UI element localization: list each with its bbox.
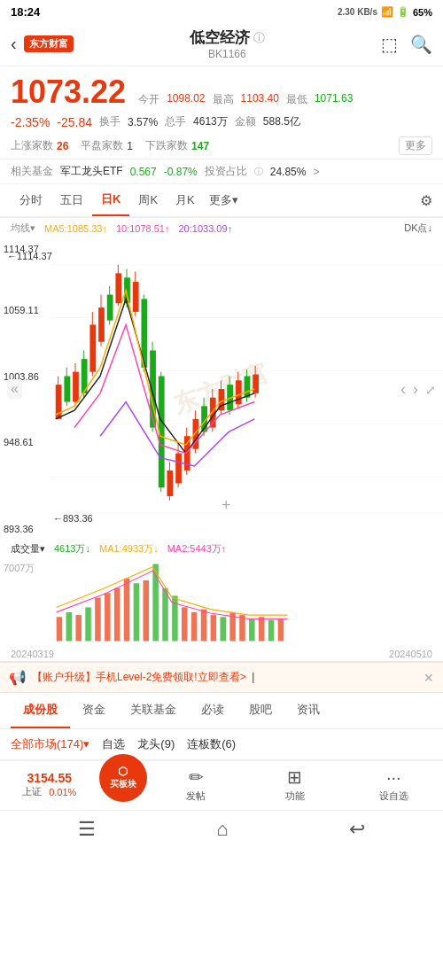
back-nav-icon[interactable]: ↩ [349, 818, 365, 841]
notice-close-button[interactable]: ✕ [424, 671, 434, 685]
tab-rik[interactable]: 日K [92, 184, 129, 216]
battery-icon: 🔋 [397, 6, 409, 18]
candlestick-svg [49, 238, 443, 540]
svg-rect-61 [124, 579, 130, 642]
func-label: 功能 [285, 789, 305, 803]
svg-rect-57 [85, 607, 91, 641]
gear-icon[interactable]: ⚙ [420, 192, 432, 209]
low-val: 1071.63 [315, 92, 353, 107]
svg-rect-54 [57, 617, 63, 641]
index-change: 0.01% [49, 787, 76, 797]
sub-tab-guba[interactable]: 股吧 [237, 693, 284, 728]
ma2-label: MA2:5443万↑ [167, 542, 227, 556]
buy-label: 买板块 [110, 778, 136, 790]
settings-button[interactable]: ··· 设自选 [345, 767, 444, 803]
market-filter[interactable]: 全部市场(174)▾ [11, 736, 89, 752]
ma5-value: MA5:1085.33↑ [44, 223, 107, 234]
dragon-filter-label: 龙头(9) [137, 736, 175, 752]
dragon-filter[interactable]: 龙头(9) [137, 736, 175, 752]
total-label: 总手 [165, 114, 186, 129]
svg-rect-68 [191, 612, 198, 642]
tab-fenshi[interactable]: 分时 [11, 185, 51, 215]
svg-rect-63 [144, 580, 150, 641]
ma-row: 均线▾ MA5:1085.33↑ 10:1078.51↑ 20:1033.09↑… [0, 218, 443, 238]
sub-tab-zixun[interactable]: 资讯 [284, 693, 332, 728]
notice-text[interactable]: 【账户升级】手机Level-2免费领取!立即查看> | [32, 670, 418, 685]
sub-tab-chengfen[interactable]: 成份股 [11, 693, 70, 728]
flat-count: 1 [127, 140, 133, 152]
fall-stat: 下跌家数 147 [145, 136, 209, 155]
sub-tab-guanlianjijin[interactable]: 关联基金 [118, 693, 189, 728]
svg-rect-16 [98, 307, 105, 342]
volume-chart[interactable]: 7007万 [0, 558, 443, 647]
battery-level: 65% [413, 7, 432, 18]
plus-icon[interactable]: + [222, 496, 231, 515]
ma10-value: 10:1078.51↑ [116, 223, 170, 234]
notice-highlight: 【账户升级】手机Level-2免费领取!立即查看> [32, 671, 246, 683]
home-icon[interactable]: ⌂ [216, 818, 228, 841]
svg-rect-50 [245, 376, 251, 397]
fund-label: 相关基金 [11, 164, 53, 179]
svg-rect-74 [249, 618, 255, 641]
turnover-label: 换手 [99, 114, 120, 129]
turnover-val: 3.57% [128, 116, 158, 128]
notice-bar: 📢 【账户升级】手机Level-2免费领取!立即查看> | ✕ [0, 662, 443, 693]
svg-rect-65 [162, 588, 168, 642]
sub-tab-bidu[interactable]: 必读 [189, 693, 237, 728]
watchlist-filter[interactable]: 自选 [102, 736, 125, 752]
svg-rect-62 [134, 583, 140, 641]
share-icon[interactable]: ⬚ [381, 34, 398, 55]
high-label: 最高 [213, 92, 234, 107]
tab-wuri[interactable]: 五日 [51, 185, 92, 215]
svg-rect-60 [114, 588, 120, 642]
status-time: 18:24 [11, 5, 40, 19]
menu-icon[interactable]: ☰ [78, 818, 96, 841]
expand-icon[interactable]: ⤢ [425, 382, 436, 396]
tab-yuek[interactable]: 月K [167, 185, 204, 215]
function-button[interactable]: ⊞ 功能 [245, 766, 345, 803]
back-icon[interactable]: ‹ [11, 34, 17, 54]
market-filter-label: 全部市场(174)▾ [11, 736, 89, 752]
svg-rect-71 [220, 617, 226, 641]
collapse-icon[interactable]: « [7, 379, 22, 399]
search-icon[interactable]: 🔍 [410, 34, 432, 55]
ma20-value: 20:1033.09↑ [179, 223, 233, 234]
fund-arrow[interactable]: > [313, 166, 319, 178]
more-button[interactable]: 更多 [399, 136, 432, 155]
sub-tab-zijin[interactable]: 资金 [70, 693, 118, 728]
filter-row: 全部市场(174)▾ 自选 龙头(9) 连板数(6) [0, 729, 443, 760]
ma-label[interactable]: 均线▾ [11, 222, 35, 235]
chart-left-controls: « [7, 379, 22, 399]
bottom-action-bar: 3154.55 上证 0.01% ⬡ 买板块 ✏ 发帖 ⊞ 功能 ··· 设自选 [0, 760, 443, 810]
info-icon[interactable]: ⓘ [253, 30, 265, 46]
volume-val: 4613万↓ [54, 542, 90, 556]
stats-row: 上涨家数 26 平盘家数 1 下跌家数 147 更多 [0, 133, 443, 159]
svg-rect-73 [239, 615, 245, 641]
fall-label: 下跌家数 [145, 138, 188, 153]
prev-icon[interactable]: ‹ [400, 380, 406, 399]
chart-tabs-row: 分时 五日 日K 周K 月K 更多▾ ⚙ [0, 184, 443, 218]
tab-more[interactable]: 更多▾ [204, 185, 244, 215]
fund-row: 相关基金 军工龙头ETF 0.567 -0.87% 投资占比 ⓘ 24.85% … [0, 159, 443, 184]
chart-container: 1114.37 1059.11 1003.86 948.61 893.36 ←8… [0, 238, 443, 662]
logo[interactable]: 东方财富 [24, 35, 74, 52]
network-speed: 2.30 KB/s [338, 7, 377, 17]
flat-label: 平盘家数 [81, 138, 123, 153]
board-filter[interactable]: 连板数(6) [187, 736, 236, 752]
dk-label[interactable]: DK点↓ [404, 222, 432, 235]
sub-tabs: 成份股 资金 关联基金 必读 股吧 资讯 [0, 693, 443, 729]
header-subtitle: BK1166 [190, 48, 265, 60]
fund-invest-percent: 24.85% [270, 166, 307, 178]
info-circle-icon: ⓘ [254, 166, 263, 178]
fund-change: -0.87% [164, 166, 198, 178]
next-icon[interactable]: › [413, 380, 418, 399]
fund-name[interactable]: 军工龙头ETF [60, 164, 123, 179]
post-button[interactable]: ✏ 发帖 [147, 766, 246, 803]
price-mid1-label: 1059.11 [4, 305, 39, 315]
tab-zhouk[interactable]: 周K [129, 185, 167, 215]
buy-block-button[interactable]: ⬡ 买板块 [99, 754, 147, 802]
ma1-label: MA1:4933万↓ [99, 542, 159, 556]
main-chart[interactable]: 1114.37 1059.11 1003.86 948.61 893.36 ←8… [0, 238, 443, 540]
nav-bar: ☰ ⌂ ↩ [0, 810, 443, 852]
price-section: 1073.22 今开 1098.02 最高 1103.40 最低 1071.63… [0, 66, 443, 133]
